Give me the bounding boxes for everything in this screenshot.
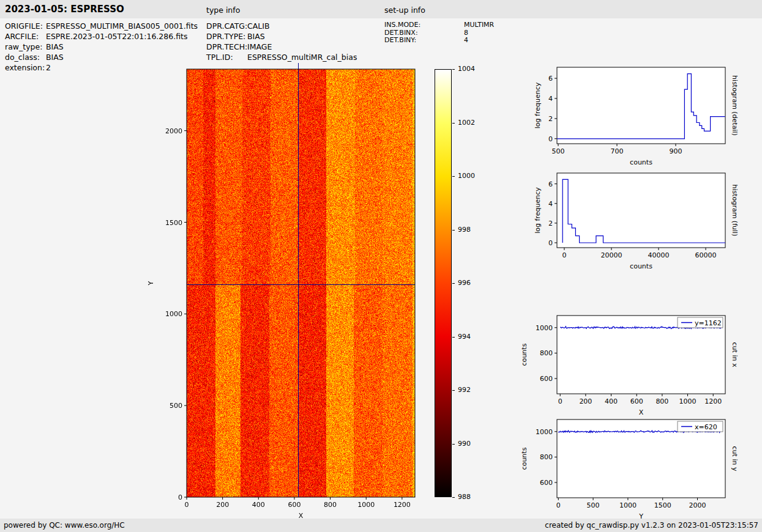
- colorbar-tick: [452, 176, 455, 177]
- right-label: histogram (detail): [731, 75, 739, 136]
- file-info-label: ORIGFILE:: [5, 21, 46, 31]
- type-info-label: TPL.ID:: [206, 52, 247, 62]
- colorbar-tick-label: 994: [458, 333, 471, 341]
- colorbar-tick: [452, 230, 455, 231]
- y-tick-label: 4: [548, 200, 553, 208]
- y-tick-label: 600: [540, 479, 553, 487]
- x-tick-label: 200: [216, 501, 229, 509]
- axis-ylabel: Y: [147, 281, 155, 286]
- file-info-label: extension:: [5, 62, 46, 73]
- setup-info-value: 8: [464, 29, 468, 37]
- file-info-value: ESPRESSO_MULTIMR_BIAS005_0001.fits: [46, 21, 198, 31]
- y-tick-label: 0: [548, 239, 553, 247]
- setup-info-value: MULTIMR: [464, 21, 494, 29]
- x-tick-label: 500: [587, 501, 600, 509]
- colorbar-tick: [452, 444, 455, 445]
- right-label: histogram (full): [731, 185, 739, 237]
- y-tick-label: 1000: [536, 324, 553, 332]
- cut-y-plot: 05001000150020006008001000Ycountscut in …: [519, 412, 746, 528]
- colorbar-tick-label: 992: [458, 386, 471, 394]
- colorbar-tick: [452, 390, 455, 391]
- x-tick-label: 400: [252, 501, 265, 509]
- setup-info-label: INS.MODE:: [384, 21, 464, 29]
- colorbar-tick-label: 998: [458, 226, 471, 234]
- type-info-row: DPR.TYPE:BIAS: [206, 31, 357, 42]
- x-tick-label: 200: [579, 397, 592, 405]
- hist-detail-plot: 5007009000246countslog frequencyhistogra…: [519, 60, 746, 174]
- y-tick-label: 500: [170, 402, 182, 410]
- type-info-row: DPR.TECH:IMAGE: [206, 42, 357, 52]
- right-label: cut in x: [731, 342, 739, 368]
- axis-ylabel: counts: [520, 447, 528, 470]
- x-tick-label: 1000: [357, 501, 375, 509]
- type-info-row: TPL.ID:ESPRESSO_multiMR_cal_bias: [206, 52, 357, 62]
- y-tick-label: 600: [540, 375, 553, 383]
- file-info-value: ESPRE.2023-01-05T22:01:16.286.fits: [46, 32, 187, 41]
- axis-ylabel: counts: [520, 343, 528, 366]
- colorbar-tick-label: 1004: [458, 65, 475, 73]
- x-tick-label: 800: [656, 397, 668, 405]
- colorbar-tick-label: 1002: [458, 119, 475, 127]
- setup-info-block: INS.MODE:MULTIMR DET.BINX:8 DET.BINY:4: [384, 21, 494, 45]
- type-info-label: DPR.TECH:: [206, 42, 247, 52]
- y-tick-label: 1000: [536, 428, 553, 436]
- colorbar-tick-label: 990: [458, 440, 471, 448]
- y-tick-label: 6: [548, 180, 553, 188]
- y-tick-label: 1500: [165, 219, 182, 227]
- x-tick-label: 0: [562, 251, 566, 259]
- footer-left-text: powered by QC: www.eso.org/HC: [4, 521, 125, 530]
- y-tick-label: 6: [548, 75, 553, 83]
- y-tick-label: 2: [548, 115, 553, 123]
- x-tick-label: 500: [552, 147, 565, 155]
- file-info-row: ARCFILE:ESPRE.2023-01-05T22:01:16.286.fi…: [5, 31, 198, 42]
- x-tick-label: 1200: [704, 397, 722, 405]
- file-info-label: ARCFILE:: [5, 31, 46, 42]
- colorbar-tick: [452, 337, 455, 338]
- type-info-value: BIAS: [247, 32, 265, 41]
- file-info-value: BIAS: [46, 53, 64, 62]
- y-tick-label: 800: [540, 349, 553, 357]
- x-tick-label: 1000: [619, 501, 637, 509]
- legend-label: y=1162: [695, 319, 722, 327]
- y-tick-label: 1000: [165, 310, 182, 318]
- type-info-value: IMAGE: [247, 42, 272, 51]
- colorbar: [435, 69, 452, 497]
- file-info-row: raw_type:BIAS: [5, 42, 198, 52]
- x-tick-label: 60000: [695, 251, 717, 259]
- type-info-label: DPR.TYPE:: [206, 31, 247, 42]
- x-tick-label: 600: [288, 501, 301, 509]
- axis-xlabel: X: [299, 512, 304, 520]
- x-tick-label: 700: [611, 147, 624, 155]
- x-tick-label: 400: [605, 397, 618, 405]
- file-info-label: raw_type:: [5, 42, 46, 52]
- plot-frame: [557, 67, 725, 144]
- x-tick-label: 1200: [394, 501, 411, 509]
- y-tick-label: 800: [540, 453, 553, 461]
- y-tick-label: 2000: [165, 127, 182, 135]
- setup-info-label: DET.BINY:: [384, 37, 464, 45]
- colorbar-tick-label: 996: [458, 279, 471, 287]
- setup-info-heading: set-up info: [384, 6, 425, 15]
- type-info-block: DPR.CATG:CALIB DPR.TYPE:BIAS DPR.TECH:IM…: [206, 21, 357, 62]
- x-tick-label: 2000: [689, 501, 706, 509]
- y-tick-label: 0: [548, 135, 553, 143]
- axis-ylabel: log frequency: [534, 187, 542, 234]
- legend-label: x=620: [695, 423, 717, 431]
- y-tick-label: 0: [178, 493, 182, 501]
- x-tick-label: 1500: [654, 501, 671, 509]
- cut-x-plot: 0200400600800100012006008001000Xcountscu…: [519, 308, 746, 424]
- x-tick-label: 800: [324, 501, 337, 509]
- axis-xlabel: Y: [638, 512, 643, 520]
- type-info-label: DPR.CATG:: [206, 21, 247, 31]
- file-info-value: BIAS: [46, 42, 64, 51]
- type-info-row: DPR.CATG:CALIB: [206, 21, 357, 31]
- type-info-value: ESPRESSO_multiMR_cal_bias: [247, 53, 357, 62]
- x-tick-label: 0: [558, 397, 562, 405]
- file-info-label: do_class:: [5, 52, 46, 62]
- setup-info-value: 4: [464, 36, 468, 44]
- right-label: cut in y: [731, 446, 739, 471]
- file-info-row: ORIGFILE:ESPRESSO_MULTIMR_BIAS005_0001.f…: [5, 21, 198, 31]
- x-tick-label: 900: [669, 147, 682, 155]
- raw-image-plot: 0200400600800100012000500100015002000XY: [149, 62, 436, 528]
- colorbar-tick-label: 988: [458, 493, 471, 501]
